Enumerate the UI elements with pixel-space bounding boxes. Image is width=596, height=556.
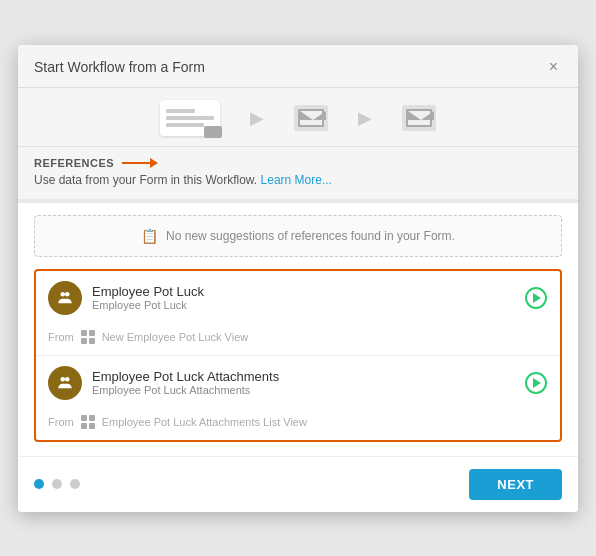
play-triangle-2 (533, 378, 541, 388)
svg-rect-3 (89, 330, 95, 336)
reference-item-2: Employee Pot Luck Attachments Employee P… (36, 356, 560, 440)
ref-subtitle-1: Employee Pot Luck (92, 299, 514, 311)
svg-rect-11 (89, 423, 95, 429)
no-suggestions-box: 📋 No new suggestions of references found… (34, 215, 562, 257)
page-dot-1 (34, 479, 44, 489)
svg-rect-9 (89, 415, 95, 421)
modal-footer: NEXT (18, 456, 578, 512)
svg-point-0 (61, 292, 66, 297)
modal-header: Start Workflow from a Form × (18, 45, 578, 88)
references-list: Employee Pot Luck Employee Pot Luck From (34, 269, 562, 442)
arrow-head (150, 158, 158, 168)
learn-more-link[interactable]: Learn More... (261, 173, 332, 187)
ref-main-row-1: Employee Pot Luck Employee Pot Luck (36, 271, 560, 325)
pagination (34, 479, 80, 489)
play-circle-1 (525, 287, 547, 309)
arrow-indicator (122, 158, 158, 168)
no-suggestions-text: No new suggestions of references found i… (166, 229, 455, 243)
ref-from-row-2: From Employee Pot Luck Attachments List … (36, 410, 560, 440)
ref-icon-2 (48, 366, 82, 400)
svg-point-1 (65, 292, 70, 297)
arrow-line (122, 162, 150, 164)
svg-rect-4 (81, 338, 87, 344)
step-arrow-1: ▶ (250, 107, 264, 129)
references-label: REFERENCES (34, 157, 114, 169)
close-button[interactable]: × (545, 57, 562, 77)
play-circle-2 (525, 372, 547, 394)
svg-rect-10 (81, 423, 87, 429)
ref-title-1: Employee Pot Luck (92, 284, 514, 299)
reference-item-1: Employee Pot Luck Employee Pot Luck From (36, 271, 560, 356)
doc-icon: 📋 (141, 228, 158, 244)
svg-point-7 (65, 377, 70, 382)
references-description: Use data from your Form in this Workflow… (34, 173, 562, 187)
svg-rect-8 (81, 415, 87, 421)
play-button-2[interactable] (524, 371, 548, 395)
modal-container: Start Workflow from a Form × ▶ ▶ REFEREN… (18, 45, 578, 512)
play-triangle-1 (533, 293, 541, 303)
email-step-icon-1 (294, 105, 328, 131)
page-dot-3 (70, 479, 80, 489)
svg-point-6 (61, 377, 66, 382)
steps-area: ▶ ▶ (18, 88, 578, 147)
from-label-1: From (48, 331, 74, 343)
ref-title-2: Employee Pot Luck Attachments (92, 369, 514, 384)
from-view-name-1: New Employee Pot Luck View (102, 331, 249, 343)
from-view-name-2: Employee Pot Luck Attachments List View (102, 416, 307, 428)
form-step-icon (160, 100, 220, 136)
grid-icon-2 (80, 414, 96, 430)
ref-subtitle-2: Employee Pot Luck Attachments (92, 384, 514, 396)
ref-text-1: Employee Pot Luck Employee Pot Luck (92, 284, 514, 311)
references-section: REFERENCES Use data from your Form in th… (18, 147, 578, 203)
email-step-icon-2 (402, 105, 436, 131)
ref-from-row-1: From New Employee Pot Luck View (36, 325, 560, 355)
ref-text-2: Employee Pot Luck Attachments Employee P… (92, 369, 514, 396)
grid-view-icon-1 (81, 330, 95, 344)
modal-title: Start Workflow from a Form (34, 59, 205, 75)
people-icon-2 (56, 374, 74, 392)
people-icon (56, 289, 74, 307)
play-button-1[interactable] (524, 286, 548, 310)
svg-rect-2 (81, 330, 87, 336)
svg-rect-5 (89, 338, 95, 344)
grid-icon-1 (80, 329, 96, 345)
grid-view-icon-2 (81, 415, 95, 429)
step-arrow-2: ▶ (358, 107, 372, 129)
page-dot-2 (52, 479, 62, 489)
from-label-2: From (48, 416, 74, 428)
references-header: REFERENCES (34, 157, 562, 169)
ref-main-row-2: Employee Pot Luck Attachments Employee P… (36, 356, 560, 410)
ref-icon-1 (48, 281, 82, 315)
next-button[interactable]: NEXT (469, 469, 562, 500)
